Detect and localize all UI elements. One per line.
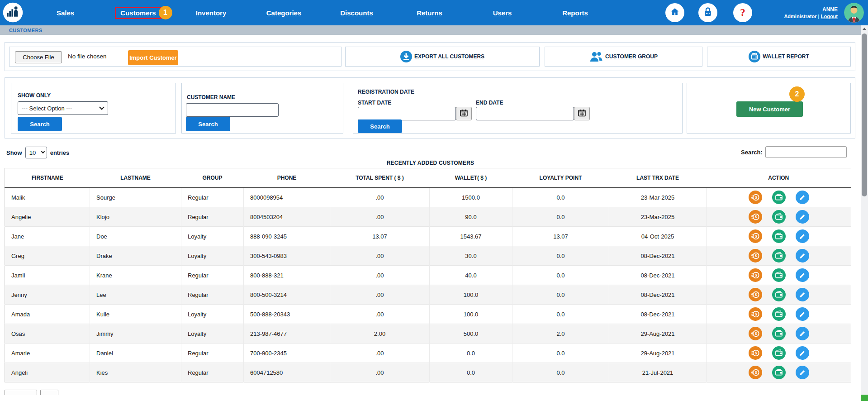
registration-date-panel: REGISTRATION DATE START DATE END DATE Se… — [353, 83, 683, 134]
customer-group-link[interactable]: CUSTOMER GROUP — [545, 47, 702, 67]
customer-name-input[interactable] — [186, 103, 279, 117]
action-loyalty-coin-button[interactable]: $ — [749, 229, 762, 243]
cell-firstname: Jenny — [5, 285, 90, 305]
cell-lastname: Sourge — [90, 188, 181, 207]
new-customer-button[interactable]: New Customer — [736, 101, 803, 117]
user-avatar[interactable] — [844, 3, 864, 23]
registration-search-button[interactable]: Search — [358, 119, 402, 133]
cell-total_spent: .00 — [330, 188, 430, 207]
nav-items: SalesCustomers1InventoryCategoriesDiscou… — [29, 0, 612, 25]
cell-phone: 8004503204 — [244, 207, 330, 227]
export-download-icon — [400, 51, 412, 62]
import-customer-button[interactable]: Import Customer — [128, 50, 178, 65]
action-wallet-button[interactable] — [772, 327, 786, 340]
action-edit-pencil-button[interactable] — [796, 346, 809, 360]
nav-item-categories[interactable]: Categories — [247, 0, 320, 25]
show-only-select[interactable]: --- Select Option --- — [18, 101, 108, 115]
cell-group: Regular — [181, 207, 244, 227]
pagination-previous-button[interactable] — [5, 390, 37, 395]
nav-item-returns[interactable]: Returns — [393, 0, 466, 25]
cell-loyalty_point: 0.0 — [512, 305, 609, 324]
end-date-calendar-button[interactable] — [574, 107, 590, 120]
scrollbar-up-arrow[interactable] — [861, 25, 868, 32]
svg-text:$: $ — [754, 292, 757, 297]
action-edit-pencil-button[interactable] — [796, 249, 809, 263]
cell-phone: 888-090-3245 — [244, 227, 330, 246]
cell-total_spent: 2.00 — [330, 324, 430, 344]
customer-group-label: CUSTOMER GROUP — [605, 53, 658, 60]
end-date-input[interactable] — [476, 107, 574, 120]
action-edit-pencil-button[interactable] — [796, 191, 809, 204]
vertical-scrollbar[interactable] — [861, 25, 868, 401]
nav-item-discounts[interactable]: Discounts — [320, 0, 393, 25]
app-logo[interactable] — [3, 2, 23, 23]
wallet-report-link[interactable]: WALLET REPORT — [707, 47, 851, 67]
table-search-input[interactable] — [765, 146, 847, 158]
action-edit-pencil-button[interactable] — [796, 307, 809, 321]
col-header-action: ACTION — [707, 168, 851, 188]
cell-action: $ — [707, 324, 851, 344]
nav-item-label: Sales — [57, 9, 74, 17]
cell-group: Regular — [181, 285, 244, 305]
nav-item-users[interactable]: Users — [466, 0, 539, 25]
show-only-search-button[interactable]: Search — [18, 117, 62, 131]
action-edit-pencil-button[interactable] — [796, 210, 809, 224]
svg-text:$: $ — [754, 351, 757, 355]
action-edit-pencil-button[interactable] — [796, 229, 809, 243]
edit-pencil-icon — [798, 329, 806, 338]
nav-item-inventory[interactable]: Inventory — [175, 0, 247, 25]
scroll-corner-widget[interactable] — [861, 395, 868, 401]
cell-group: Loyalty — [181, 305, 244, 324]
cell-phone: 700-900-2345 — [244, 344, 330, 363]
avatar-icon — [844, 3, 864, 23]
action-loyalty-coin-button[interactable]: $ — [749, 210, 762, 224]
action-wallet-button[interactable] — [772, 210, 786, 224]
cell-wallet: 100.0 — [430, 305, 512, 324]
action-wallet-button[interactable] — [772, 249, 786, 263]
action-loyalty-coin-button[interactable]: $ — [749, 346, 762, 360]
action-wallet-button[interactable] — [772, 229, 786, 243]
action-loyalty-coin-button[interactable]: $ — [749, 366, 762, 379]
action-edit-pencil-button[interactable] — [796, 327, 809, 340]
action-loyalty-coin-button[interactable]: $ — [749, 191, 762, 204]
loyalty-coin-icon: $ — [751, 251, 760, 260]
action-loyalty-coin-button[interactable]: $ — [749, 288, 762, 301]
start-date-calendar-button[interactable] — [456, 107, 472, 120]
action-wallet-button[interactable] — [772, 288, 786, 301]
action-edit-pencil-button[interactable] — [796, 268, 809, 282]
nav-item-sales[interactable]: Sales — [29, 0, 102, 25]
action-wallet-button[interactable] — [772, 268, 786, 282]
action-wallet-button[interactable] — [772, 366, 786, 379]
export-all-customers-label: EXPORT ALL CUSTOMERS — [414, 53, 484, 60]
nav-item-customers[interactable]: Customers1 — [102, 0, 175, 25]
scrollbar-thumb[interactable] — [862, 33, 867, 196]
action-loyalty-coin-button[interactable]: $ — [749, 249, 762, 263]
export-all-customers-link[interactable]: EXPORT ALL CUSTOMERS — [345, 47, 540, 67]
action-wallet-button[interactable] — [772, 191, 786, 204]
customer-name-search-button[interactable]: Search — [186, 117, 230, 131]
action-edit-pencil-button[interactable] — [796, 288, 809, 301]
home-button[interactable] — [665, 3, 684, 22]
start-date-input[interactable] — [358, 107, 456, 120]
nav-item-reports[interactable]: Reports — [539, 0, 612, 25]
col-header-wallet: WALLET( $ ) — [430, 168, 512, 188]
cell-loyalty_point: 0.0 — [512, 363, 609, 382]
logout-link[interactable]: Logout — [821, 14, 838, 19]
page-size-select[interactable]: 10 — [25, 147, 47, 158]
help-button[interactable]: ? — [733, 3, 752, 22]
wallet-icon — [774, 193, 783, 202]
choose-file-button[interactable]: Choose File — [15, 51, 62, 63]
action-wallet-button[interactable] — [772, 346, 786, 360]
cell-wallet: 1500.0 — [430, 188, 512, 207]
action-loyalty-coin-button[interactable]: $ — [749, 307, 762, 321]
lock-button[interactable] — [698, 3, 717, 22]
action-wallet-button[interactable] — [772, 307, 786, 321]
cell-loyalty_point: 13.07 — [512, 227, 609, 246]
pagination-page-button[interactable] — [40, 390, 58, 395]
action-edit-pencil-button[interactable] — [796, 366, 809, 379]
action-loyalty-coin-button[interactable]: $ — [749, 268, 762, 282]
table-row: MalikSourgeRegular8000098954.001500.00.0… — [5, 188, 851, 207]
edit-pencil-icon — [798, 232, 806, 240]
action-loyalty-coin-button[interactable]: $ — [749, 327, 762, 340]
nav-item-label: Discounts — [340, 9, 373, 17]
